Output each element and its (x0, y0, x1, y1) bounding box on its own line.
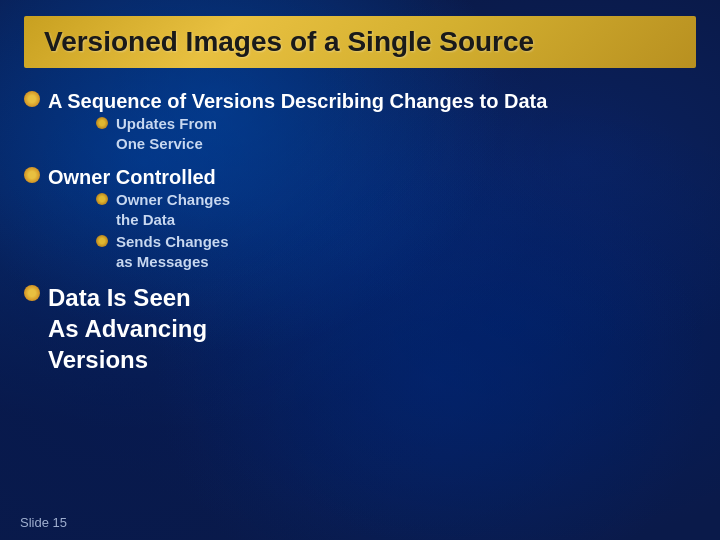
sub-bullet-icon-2-1 (96, 193, 108, 205)
bullet-1-text: A Sequence of Versions Describing Change… (48, 90, 547, 112)
bullet-icon-2 (24, 167, 40, 183)
sub-list-1: Updates FromOne Service (68, 114, 547, 153)
sub-bullet-1-1-text: Updates FromOne Service (116, 114, 217, 153)
bullet-item-2: Owner Controlled Owner Changesthe Data S… (24, 164, 696, 274)
bullet-1-content: A Sequence of Versions Describing Change… (48, 88, 547, 156)
bullet-item-1: A Sequence of Versions Describing Change… (24, 88, 696, 156)
sub-bullet-2-1-text: Owner Changesthe Data (116, 190, 230, 229)
sub-bullet-1-1: Updates FromOne Service (96, 114, 547, 153)
sub-list-2: Owner Changesthe Data Sends Changesas Me… (68, 190, 230, 271)
sub-bullet-2-2: Sends Changesas Messages (96, 232, 230, 271)
sub-bullet-2-2-text: Sends Changesas Messages (116, 232, 229, 271)
bullet-2-text: Owner Controlled (48, 166, 216, 188)
slide-number: Slide 15 (20, 515, 67, 530)
sub-bullet-icon-2-2 (96, 235, 108, 247)
slide: Versioned Images of a Single Source A Se… (0, 0, 720, 540)
bullet-item-3: Data Is SeenAs AdvancingVersions (24, 282, 696, 376)
bullet-3-text: Data Is SeenAs AdvancingVersions (48, 282, 207, 376)
sub-bullet-2-1: Owner Changesthe Data (96, 190, 230, 229)
bullet-2-content: Owner Controlled Owner Changesthe Data S… (48, 164, 230, 274)
bullet-icon-3 (24, 285, 40, 301)
main-bullet-list: A Sequence of Versions Describing Change… (24, 88, 696, 376)
bullet-icon-1 (24, 91, 40, 107)
slide-content: Versioned Images of a Single Source A Se… (0, 0, 720, 540)
sub-bullet-icon-1-1 (96, 117, 108, 129)
slide-title: Versioned Images of a Single Source (24, 16, 696, 68)
